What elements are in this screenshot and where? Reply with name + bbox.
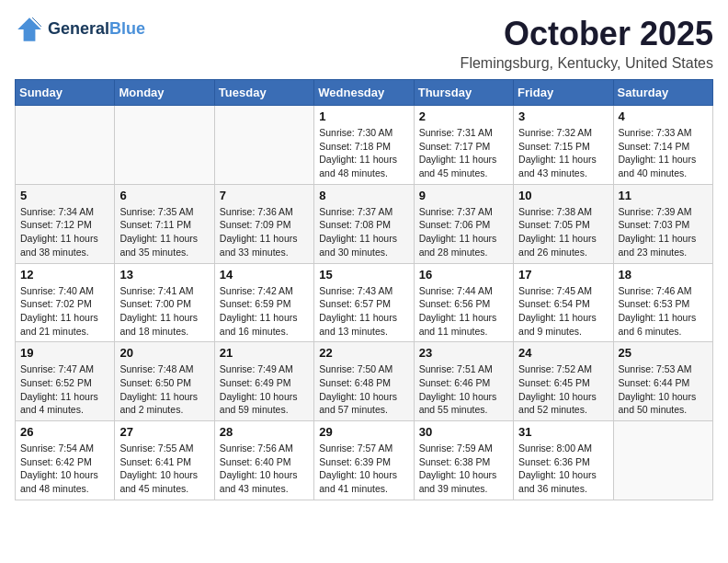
calendar-cell: 8Sunrise: 7:37 AM Sunset: 7:08 PM Daylig… [314,184,414,263]
logo-icon [15,15,44,44]
calendar-cell [613,421,712,500]
day-info: Sunrise: 7:37 AM Sunset: 7:08 PM Dayligh… [319,205,408,259]
day-number: 26 [20,425,109,439]
day-number: 12 [20,268,109,282]
calendar-week-3: 12Sunrise: 7:40 AM Sunset: 7:02 PM Dayli… [16,263,713,342]
day-info: Sunrise: 7:48 AM Sunset: 6:50 PM Dayligh… [119,362,209,417]
calendar-cell: 7Sunrise: 7:36 AM Sunset: 7:09 PM Daylig… [214,184,313,263]
day-number: 15 [319,268,408,282]
day-info: Sunrise: 7:44 AM Sunset: 6:56 PM Dayligh… [419,284,508,339]
day-info: Sunrise: 7:47 AM Sunset: 6:52 PM Dayligh… [20,362,109,417]
calendar-cell: 18Sunrise: 7:46 AM Sunset: 6:53 PM Dayli… [613,263,712,342]
day-info: Sunrise: 7:31 AM Sunset: 7:17 PM Dayligh… [419,126,508,180]
svg-marker-0 [17,17,41,41]
day-number: 24 [518,346,608,360]
day-info: Sunrise: 7:55 AM Sunset: 6:41 PM Dayligh… [119,442,209,496]
calendar-cell: 27Sunrise: 7:55 AM Sunset: 6:41 PM Dayli… [115,421,214,500]
day-number: 30 [419,425,508,439]
day-info: Sunrise: 8:00 AM Sunset: 6:36 PM Dayligh… [518,442,608,496]
day-number: 27 [119,425,209,439]
day-info: Sunrise: 7:43 AM Sunset: 6:57 PM Dayligh… [319,284,408,339]
day-info: Sunrise: 7:34 AM Sunset: 7:12 PM Dayligh… [20,205,109,259]
calendar-week-2: 5Sunrise: 7:34 AM Sunset: 7:12 PM Daylig… [16,184,713,263]
calendar-cell [214,106,313,185]
day-number: 14 [220,268,309,282]
title-block: October 2025 Flemingsburg, Kentucky, Uni… [461,15,713,72]
day-info: Sunrise: 7:56 AM Sunset: 6:40 PM Dayligh… [220,442,309,496]
day-number: 31 [518,425,608,439]
calendar-cell: 6Sunrise: 7:35 AM Sunset: 7:11 PM Daylig… [115,184,214,263]
day-number: 7 [220,189,309,202]
day-number: 29 [319,425,408,439]
calendar-cell: 22Sunrise: 7:50 AM Sunset: 6:48 PM Dayli… [314,342,414,421]
day-header-friday: Friday [514,80,613,106]
logo-text: GeneralBlue [48,20,145,39]
calendar-cell: 1Sunrise: 7:30 AM Sunset: 7:18 PM Daylig… [314,106,414,185]
day-number: 13 [119,268,209,282]
day-number: 23 [419,346,508,360]
day-number: 28 [220,425,309,439]
day-info: Sunrise: 7:30 AM Sunset: 7:18 PM Dayligh… [319,126,408,180]
day-info: Sunrise: 7:36 AM Sunset: 7:09 PM Dayligh… [220,205,309,259]
day-number: 11 [619,189,708,202]
day-number: 5 [20,189,109,202]
calendar-cell: 24Sunrise: 7:52 AM Sunset: 6:45 PM Dayli… [514,342,613,421]
calendar-cell: 13Sunrise: 7:41 AM Sunset: 7:00 PM Dayli… [115,263,214,342]
day-info: Sunrise: 7:35 AM Sunset: 7:11 PM Dayligh… [119,205,209,259]
page-header: GeneralBlue October 2025 Flemingsburg, K… [15,15,713,72]
day-number: 2 [419,109,508,123]
day-number: 19 [20,346,109,360]
calendar-cell: 17Sunrise: 7:45 AM Sunset: 6:54 PM Dayli… [514,263,613,342]
day-info: Sunrise: 7:42 AM Sunset: 6:59 PM Dayligh… [220,284,309,339]
calendar-header: SundayMondayTuesdayWednesdayThursdayFrid… [16,80,713,106]
day-info: Sunrise: 7:38 AM Sunset: 7:05 PM Dayligh… [518,205,608,259]
calendar-cell: 4Sunrise: 7:33 AM Sunset: 7:14 PM Daylig… [613,106,712,185]
calendar-cell: 15Sunrise: 7:43 AM Sunset: 6:57 PM Dayli… [314,263,414,342]
day-info: Sunrise: 7:33 AM Sunset: 7:14 PM Dayligh… [619,126,708,180]
day-number: 25 [619,346,708,360]
day-number: 18 [619,268,708,282]
calendar-cell: 5Sunrise: 7:34 AM Sunset: 7:12 PM Daylig… [16,184,115,263]
day-info: Sunrise: 7:40 AM Sunset: 7:02 PM Dayligh… [20,284,109,339]
day-info: Sunrise: 7:57 AM Sunset: 6:39 PM Dayligh… [319,442,408,496]
logo: GeneralBlue [15,15,145,44]
day-header-wednesday: Wednesday [314,80,414,106]
day-info: Sunrise: 7:46 AM Sunset: 6:53 PM Dayligh… [619,284,708,339]
calendar-week-5: 26Sunrise: 7:54 AM Sunset: 6:42 PM Dayli… [16,421,713,500]
calendar-week-1: 1Sunrise: 7:30 AM Sunset: 7:18 PM Daylig… [16,106,713,185]
day-number: 3 [518,109,608,123]
day-info: Sunrise: 7:52 AM Sunset: 6:45 PM Dayligh… [518,362,608,417]
calendar-table: SundayMondayTuesdayWednesdayThursdayFrid… [15,79,713,500]
day-number: 8 [319,189,408,202]
calendar-week-4: 19Sunrise: 7:47 AM Sunset: 6:52 PM Dayli… [16,342,713,421]
calendar-cell: 28Sunrise: 7:56 AM Sunset: 6:40 PM Dayli… [214,421,313,500]
calendar-cell: 30Sunrise: 7:59 AM Sunset: 6:38 PM Dayli… [414,421,513,500]
calendar-cell [115,106,214,185]
day-info: Sunrise: 7:39 AM Sunset: 7:03 PM Dayligh… [619,205,708,259]
calendar-cell: 11Sunrise: 7:39 AM Sunset: 7:03 PM Dayli… [613,184,712,263]
calendar-cell: 3Sunrise: 7:32 AM Sunset: 7:15 PM Daylig… [514,106,613,185]
calendar-subtitle: Flemingsburg, Kentucky, United States [461,55,713,72]
calendar-cell: 31Sunrise: 8:00 AM Sunset: 6:36 PM Dayli… [514,421,613,500]
calendar-cell: 21Sunrise: 7:49 AM Sunset: 6:49 PM Dayli… [214,342,313,421]
day-info: Sunrise: 7:32 AM Sunset: 7:15 PM Dayligh… [518,126,608,180]
day-info: Sunrise: 7:54 AM Sunset: 6:42 PM Dayligh… [20,442,109,496]
calendar-cell: 25Sunrise: 7:53 AM Sunset: 6:44 PM Dayli… [613,342,712,421]
day-info: Sunrise: 7:37 AM Sunset: 7:06 PM Dayligh… [419,205,508,259]
day-number: 4 [619,109,708,123]
day-header-thursday: Thursday [414,80,513,106]
calendar-cell: 16Sunrise: 7:44 AM Sunset: 6:56 PM Dayli… [414,263,513,342]
day-number: 1 [319,109,408,123]
day-info: Sunrise: 7:51 AM Sunset: 6:46 PM Dayligh… [419,362,508,417]
calendar-cell: 29Sunrise: 7:57 AM Sunset: 6:39 PM Dayli… [314,421,414,500]
calendar-cell: 23Sunrise: 7:51 AM Sunset: 6:46 PM Dayli… [414,342,513,421]
day-info: Sunrise: 7:50 AM Sunset: 6:48 PM Dayligh… [319,362,408,417]
day-number: 9 [419,189,508,202]
day-number: 16 [419,268,508,282]
day-header-tuesday: Tuesday [214,80,313,106]
day-info: Sunrise: 7:49 AM Sunset: 6:49 PM Dayligh… [220,362,309,417]
day-number: 22 [319,346,408,360]
day-header-monday: Monday [115,80,214,106]
day-info: Sunrise: 7:59 AM Sunset: 6:38 PM Dayligh… [419,442,508,496]
day-info: Sunrise: 7:41 AM Sunset: 7:00 PM Dayligh… [119,284,209,339]
